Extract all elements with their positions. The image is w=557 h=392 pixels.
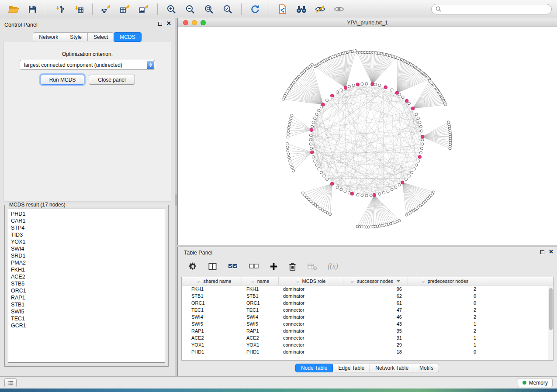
float-panel-icon[interactable] xyxy=(158,22,162,26)
table-cell: ACE2 xyxy=(187,334,242,341)
mcds-result-item[interactable]: TID3 xyxy=(8,231,165,238)
export-network-glyph xyxy=(101,4,111,14)
mcds-result-item[interactable]: SRD1 xyxy=(8,252,165,259)
close-panel-button[interactable]: Close panel xyxy=(89,75,135,85)
table-row[interactable]: YOX1YOX1connector291 xyxy=(182,341,553,348)
unselect-all-checkboxes-icon[interactable] xyxy=(249,262,259,271)
window-zoom-button[interactable] xyxy=(201,20,206,25)
column-header-successor-nodes[interactable]: successor nodes xyxy=(343,277,408,285)
table-cell: ORC1 xyxy=(187,299,242,306)
mcds-result-item[interactable]: TEC1 xyxy=(8,315,165,322)
mcds-result-item[interactable]: YOX1 xyxy=(8,238,165,245)
memory-button[interactable]: Memory xyxy=(518,378,553,387)
export-table-icon[interactable] xyxy=(117,3,133,16)
network-graph[interactable] xyxy=(178,27,557,245)
add-column-icon[interactable] xyxy=(270,262,278,271)
status-menu-button[interactable] xyxy=(4,378,17,387)
scrollbar-thumb[interactable] xyxy=(549,288,553,330)
table-row[interactable]: PHD1PHD1dominator180 xyxy=(182,348,553,355)
select-all-checkboxes-icon[interactable] xyxy=(228,262,238,271)
delete-table-icon xyxy=(307,262,317,271)
column-header-predecessor-nodes[interactable]: predecessor nodes xyxy=(408,277,482,285)
table-cell: 46 xyxy=(343,313,408,320)
mcds-result-item[interactable]: GCR1 xyxy=(8,322,165,329)
tab-node-table[interactable]: Node Table xyxy=(295,364,333,372)
import-table-icon[interactable] xyxy=(70,3,87,16)
column-sort-icon xyxy=(251,279,256,283)
export-network-icon[interactable] xyxy=(98,3,114,16)
refresh-icon[interactable] xyxy=(247,3,263,16)
zoom-in-icon[interactable] xyxy=(163,3,180,16)
mcds-result-item[interactable]: PMA2 xyxy=(8,259,165,266)
table-panel-title: Table Panel xyxy=(184,250,212,256)
network-window-titlebar[interactable]: YPA_prune.txt_1 xyxy=(178,18,557,27)
tab-network[interactable]: Network xyxy=(33,32,64,42)
eye-glyph xyxy=(333,5,345,14)
table-row[interactable]: SWI5SWI5connector431 xyxy=(182,320,553,327)
table-row[interactable]: FKH1FKH1dominator962 xyxy=(182,285,553,292)
mcds-result-item[interactable]: ORC1 xyxy=(8,287,165,294)
gear-icon[interactable] xyxy=(188,262,197,271)
run-mcds-button[interactable]: Run MCDS xyxy=(41,75,84,85)
mcds-result-item[interactable]: CAR1 xyxy=(8,217,165,224)
search-text-field[interactable] xyxy=(443,6,547,13)
mcds-result-item[interactable]: SWI5 xyxy=(8,308,165,315)
mcds-result-item[interactable]: STP4 xyxy=(8,224,165,231)
network-canvas[interactable] xyxy=(178,27,557,245)
float-panel-icon[interactable] xyxy=(540,250,544,254)
table-row[interactable]: STB1STB1dominator620 xyxy=(182,292,553,299)
mcds-result-item[interactable]: SWI4 xyxy=(8,245,165,252)
mcds-result-item[interactable]: ACE2 xyxy=(8,273,165,280)
table-panel: Table Panel ✕ xyxy=(177,247,557,376)
mcds-result-item[interactable]: STB1 xyxy=(8,301,165,308)
close-panel-icon[interactable]: ✕ xyxy=(166,21,171,26)
column-header-name[interactable]: name xyxy=(242,277,279,285)
tab-edge-table[interactable]: Edge Table xyxy=(332,364,370,372)
plus-glyph xyxy=(270,262,278,271)
table-row[interactable]: SWI4SWI4dominator462 xyxy=(182,313,553,320)
tab-mcds[interactable]: MCDS xyxy=(114,32,141,42)
window-close-button[interactable] xyxy=(183,20,188,25)
table-row[interactable]: TEC1TEC1connector472 xyxy=(182,306,553,313)
search-binoculars-icon[interactable] xyxy=(293,3,310,16)
mcds-result-item[interactable]: FKH1 xyxy=(8,266,165,273)
trash-glyph xyxy=(288,262,297,271)
tab-network-table[interactable]: Network Table xyxy=(370,364,414,372)
new-network-from-selection-icon[interactable] xyxy=(274,3,291,16)
window-minimize-button[interactable] xyxy=(192,20,197,25)
mcds-result-item[interactable]: PHD1 xyxy=(8,210,165,217)
table-cell: SWI5 xyxy=(187,320,242,327)
export-image-icon[interactable] xyxy=(135,3,152,16)
zoom-fit-glyph xyxy=(204,4,214,14)
desktop-wallpaper xyxy=(0,389,557,392)
zoom-out-icon[interactable] xyxy=(182,3,198,16)
table-row[interactable]: RAP1RAP1dominator352 xyxy=(182,327,553,334)
hide-selected-eye-icon[interactable] xyxy=(312,3,329,16)
column-header-mcds-role[interactable]: MCDS role xyxy=(279,277,343,285)
column-header-shared-name[interactable]: shared name xyxy=(187,277,242,285)
tab-motifs[interactable]: Motifs xyxy=(414,364,439,372)
tab-select[interactable]: Select xyxy=(87,32,114,42)
tab-style[interactable]: Style xyxy=(64,32,88,42)
show-eye-icon[interactable] xyxy=(331,3,347,16)
zoom-fit-icon[interactable] xyxy=(201,3,217,16)
save-icon[interactable] xyxy=(24,3,41,16)
close-panel-icon[interactable]: ✕ xyxy=(549,250,554,254)
refresh-glyph xyxy=(250,4,260,14)
delete-table-glyph xyxy=(307,262,317,271)
table-row[interactable]: ORC1ORC1dominator610 xyxy=(182,299,553,306)
delete-column-icon[interactable] xyxy=(288,262,297,271)
search-input[interactable] xyxy=(431,4,552,14)
table-cell: connector xyxy=(279,320,343,327)
open-folder-icon[interactable] xyxy=(5,3,22,16)
split-columns-icon[interactable] xyxy=(208,262,217,271)
mcds-result-item[interactable]: RAP1 xyxy=(8,294,165,301)
table-cell: FKH1 xyxy=(242,285,279,292)
criterion-dropdown[interactable]: largest connected component (undirected) xyxy=(20,60,155,70)
mcds-result-list[interactable]: PHD1CAR1STP4TID3YOX1SWI4SRD1PMA2FKH1ACE2… xyxy=(8,209,165,363)
import-network-icon[interactable] xyxy=(52,3,68,16)
zoom-selected-icon[interactable] xyxy=(219,3,236,16)
table-scrollbar[interactable] xyxy=(548,286,553,360)
table-row[interactable]: ACE2ACE2connector311 xyxy=(182,334,553,341)
mcds-result-item[interactable]: STB5 xyxy=(8,280,165,287)
